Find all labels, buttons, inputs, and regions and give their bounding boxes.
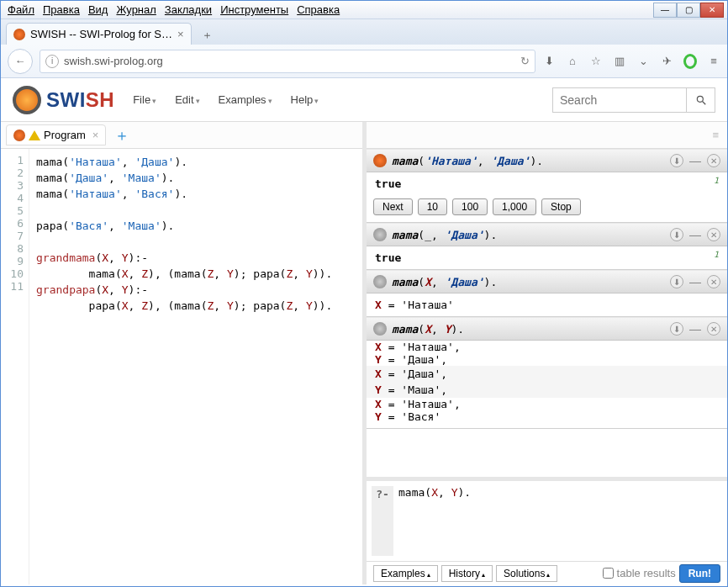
os-menu-bookmarks[interactable]: Закладки	[165, 3, 212, 16]
sidebar-icon[interactable]: ▥	[613, 55, 626, 67]
code-editor[interactable]: 1234567891011 mama('Наташа', 'Даша').mam…	[1, 149, 362, 584]
new-tab-button[interactable]: ＋	[197, 26, 219, 45]
answer-header[interactable]: mama(_, 'Даша'). ⬇ — ✕	[367, 223, 727, 246]
logo-text-blue: SWI	[46, 88, 86, 111]
os-menu-tools[interactable]: Инструменты	[220, 3, 288, 16]
program-icon	[13, 130, 25, 141]
browser-tab-strip: SWISH -- SWI-Prolog for S… × ＋	[1, 19, 727, 45]
favicon-icon	[13, 29, 25, 40]
app-menu: File Edit Examples Help	[133, 93, 319, 106]
os-menu-file[interactable]: Файл	[8, 3, 34, 16]
answer-query: mama(_, 'Даша').	[392, 229, 497, 241]
logo-gear-icon	[13, 86, 41, 114]
url-input[interactable]: i swish.swi-prolog.org ↻	[40, 50, 535, 73]
logo-text-red: SH	[86, 88, 114, 111]
menu-help[interactable]: Help	[291, 93, 319, 106]
answer-header[interactable]: mama(X, 'Даша'). ⬇ — ✕	[367, 270, 727, 294]
answer-header[interactable]: mama(X, Y). ⬇ — ✕	[367, 317, 727, 341]
minimize-icon[interactable]: —	[688, 275, 702, 288]
line-gutter: 1234567891011	[1, 149, 29, 584]
os-menu-history[interactable]: Журнал	[116, 3, 156, 16]
editor-pane: Program × ＋ 1234567891011 mama('Наташа',…	[1, 122, 367, 584]
editor-new-tab-button[interactable]: ＋	[109, 125, 135, 145]
url-text: swish.swi-prolog.org	[64, 55, 163, 67]
hamburger-menu-icon[interactable]: ≡	[707, 55, 720, 67]
os-menu-help[interactable]: Справка	[297, 3, 340, 16]
send-icon[interactable]: ✈	[660, 55, 673, 67]
query-status-icon	[373, 228, 387, 241]
swish-logo[interactable]: SWISH	[13, 86, 114, 114]
query-status-icon	[373, 275, 387, 288]
nav-back-button[interactable]: ←	[8, 49, 33, 74]
os-menu-view[interactable]: Вид	[88, 3, 108, 16]
menu-examples[interactable]: Examples	[219, 93, 272, 106]
bookmark-star-icon[interactable]: ☆	[589, 55, 603, 67]
warning-icon	[29, 130, 40, 140]
answer-btn-Stop[interactable]: Stop	[541, 198, 581, 215]
run-button[interactable]: Run!	[679, 564, 720, 583]
search-icon	[695, 94, 707, 106]
menu-file[interactable]: File	[133, 93, 156, 106]
os-title-bar: Файл Правка Вид Журнал Закладки Инструме…	[1, 1, 727, 19]
tab-close-icon[interactable]: ×	[177, 28, 184, 40]
window-maximize-button[interactable]: ▢	[677, 3, 700, 18]
answer-block: mama(_, 'Даша'). ⬇ — ✕ true1	[367, 223, 727, 270]
close-icon[interactable]: ✕	[707, 228, 720, 241]
table-results-checkbox[interactable]	[603, 568, 614, 579]
download-icon[interactable]: ⬇	[670, 228, 683, 241]
minimize-icon[interactable]: —	[688, 228, 702, 241]
download-icon[interactable]: ⬇	[670, 322, 683, 336]
pocket-icon[interactable]: ⌄	[636, 55, 650, 67]
menu-edit[interactable]: Edit	[175, 93, 199, 106]
answer-block: mama(X, Y). ⬇ — ✕ X = 'Наташа',Y = 'Даша…	[367, 317, 727, 429]
minimize-icon[interactable]: —	[688, 154, 702, 167]
window-close-button[interactable]: ✕	[700, 3, 724, 18]
browser-tab-title: SWISH -- SWI-Prolog for S…	[30, 28, 172, 40]
minimize-icon[interactable]: —	[688, 322, 702, 336]
table-results-toggle[interactable]: table results	[603, 567, 676, 579]
extension-icon[interactable]	[683, 54, 697, 69]
results-pane: ≡ mama('Наташа', 'Даша'). ⬇ — ✕ true1Nex…	[367, 122, 727, 584]
answers-list: mama('Наташа', 'Даша'). ⬇ — ✕ true1Next1…	[367, 149, 727, 477]
answer-btn-Next[interactable]: Next	[373, 198, 413, 215]
results-menu-icon[interactable]: ≡	[367, 122, 727, 149]
answer-query: mama('Наташа', 'Даша').	[392, 155, 543, 167]
answer-btn-100[interactable]: 100	[452, 198, 488, 215]
editor-tab-program[interactable]: Program ×	[6, 124, 106, 145]
home-icon[interactable]: ⌂	[566, 55, 579, 67]
svg-point-0	[697, 96, 703, 102]
table-results-label: table results	[617, 567, 676, 579]
editor-tab-label: Program	[44, 129, 86, 141]
answer-btn-10[interactable]: 10	[418, 198, 447, 215]
query-input[interactable]: mama(X, Y).	[398, 486, 722, 556]
reload-icon[interactable]: ↻	[520, 55, 530, 67]
answer-block: mama('Наташа', 'Даша'). ⬇ — ✕ true1Next1…	[367, 149, 727, 223]
close-icon[interactable]: ✕	[707, 154, 720, 167]
editor-tab-close-icon[interactable]: ×	[92, 129, 99, 141]
os-menu-edit[interactable]: Правка	[43, 3, 80, 16]
browser-tab[interactable]: SWISH -- SWI-Prolog for S… ×	[6, 23, 192, 45]
svg-line-1	[702, 101, 705, 104]
download-icon[interactable]: ⬇	[670, 275, 683, 288]
search-input[interactable]	[552, 87, 687, 113]
code-area[interactable]: mama('Наташа', 'Даша').mama('Даша', 'Маш…	[29, 149, 332, 584]
query-status-icon	[373, 322, 387, 336]
site-info-icon[interactable]: i	[45, 55, 59, 68]
solutions-dropdown[interactable]: Solutions	[496, 565, 557, 582]
history-dropdown[interactable]: History	[441, 565, 493, 582]
window-minimize-button[interactable]: —	[653, 3, 677, 18]
downloads-icon[interactable]: ⬇	[542, 55, 556, 67]
browser-toolbar: ← i swish.swi-prolog.org ↻ ⬇ ⌂ ☆ ▥ ⌄ ✈ ≡	[1, 45, 727, 78]
answer-btn-1,000[interactable]: 1,000	[493, 198, 536, 215]
close-icon[interactable]: ✕	[707, 275, 720, 288]
answer-query: mama(X, Y).	[392, 323, 464, 336]
close-icon[interactable]: ✕	[707, 322, 720, 336]
app-header: SWISH File Edit Examples Help	[1, 78, 727, 122]
query-status-icon	[373, 154, 387, 167]
search-button[interactable]	[687, 87, 715, 113]
examples-dropdown[interactable]: Examples	[373, 565, 438, 582]
os-menu-bar: Файл Правка Вид Журнал Закладки Инструме…	[4, 3, 340, 16]
query-prompt: ?-	[372, 486, 393, 556]
answer-header[interactable]: mama('Наташа', 'Даша'). ⬇ — ✕	[367, 149, 727, 172]
download-icon[interactable]: ⬇	[670, 154, 683, 167]
